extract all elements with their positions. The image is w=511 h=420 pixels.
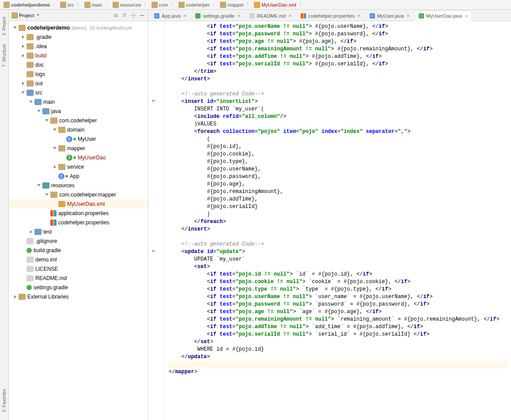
folder-icon — [26, 34, 34, 40]
tree-node[interactable]: LICENSE — [9, 264, 148, 273]
package-icon — [50, 192, 57, 198]
tree-arrow[interactable] — [36, 183, 42, 188]
breadcrumb-item[interactable]: mapper — [218, 2, 246, 8]
breadcrumb-item[interactable]: codehelperdemo — [2, 2, 52, 8]
tree-arrow[interactable] — [20, 90, 26, 95]
tree-node[interactable]: build — [9, 51, 148, 60]
tree-node[interactable]: codehelperdemo[demo] (D:\code\github\cod — [9, 23, 148, 32]
close-icon[interactable]: × — [406, 13, 410, 19]
code-line: </set> — [169, 338, 507, 346]
tree-node[interactable]: demo.iml — [9, 255, 148, 264]
side-tab-structure[interactable]: 7: Structure — [1, 40, 8, 72]
txt-icon — [26, 275, 34, 281]
tree-arrow[interactable] — [12, 294, 18, 299]
tree-node[interactable]: resources — [9, 181, 148, 190]
tree-node[interactable]: test — [9, 227, 148, 236]
tree-node[interactable]: build.gradle — [9, 246, 148, 255]
gutter-nav-icon[interactable]: ●↓ — [152, 248, 160, 254]
tree-label: codehelperdemo[demo] (D:\code\github\cod — [27, 25, 132, 31]
editor-tab[interactable]: IMyUserDao.java× — [415, 11, 472, 21]
tree-node[interactable]: cMyUser — [9, 134, 148, 144]
project-tree[interactable]: codehelperdemo[demo] (D:\code\github\cod… — [9, 21, 148, 420]
breadcrumb-item[interactable]: com — [150, 2, 170, 8]
tree-arrow[interactable] — [52, 164, 57, 170]
breadcrumb-label: MyUserDao.xml — [261, 2, 296, 8]
project-view-selector[interactable]: Project — [11, 12, 113, 19]
tree-node[interactable]: MyUserDao.xml — [9, 199, 148, 208]
tree-arrow[interactable] — [20, 34, 26, 40]
breadcrumb-item[interactable]: main — [83, 2, 104, 8]
tree-node[interactable]: cApp — [9, 171, 148, 181]
tree-node[interactable]: .gitignore — [9, 236, 148, 246]
gutter-nav-icon[interactable]: ●↓ — [152, 98, 160, 103]
collapse-all-icon[interactable] — [121, 12, 128, 19]
editor-tab[interactable]: cApp.java× — [150, 10, 190, 21]
code-editor[interactable]: <if test="pojo.userName != null"> #{pojo… — [165, 21, 511, 420]
editor-tab[interactable]: codehelper.properties× — [297, 10, 365, 21]
code-line: <if test="pojo.serialId != null"> `seria… — [169, 331, 507, 338]
txt-icon — [26, 238, 34, 244]
tree-arrow[interactable] — [36, 109, 42, 114]
tree-node[interactable]: application.properties — [9, 208, 148, 218]
tree-arrow[interactable] — [44, 192, 49, 197]
code-line: <foreach collection="pojos" item="pojo" … — [169, 128, 507, 136]
settings-icon[interactable] — [130, 12, 136, 19]
tree-node[interactable]: External Libraries — [9, 292, 148, 301]
tree-node[interactable]: service — [9, 162, 148, 171]
close-icon[interactable]: × — [237, 13, 241, 19]
breadcrumb-item[interactable]: resources — [111, 2, 143, 8]
close-icon[interactable]: × — [357, 13, 361, 19]
tree-node[interactable]: out — [9, 79, 148, 88]
tree-arrow[interactable] — [52, 127, 57, 132]
code-line: #{pojo.password}, — [169, 173, 507, 181]
tree-node[interactable]: java — [9, 106, 148, 116]
code-line: </trim> — [169, 68, 507, 76]
tree-arrow[interactable] — [12, 25, 18, 30]
tree-arrow[interactable] — [20, 81, 26, 86]
close-icon[interactable]: × — [465, 13, 468, 19]
tree-node[interactable]: README.md — [9, 273, 148, 283]
code-line: </insert> — [169, 76, 507, 83]
side-tab-project[interactable]: 1: Project — [1, 12, 8, 40]
tree-node[interactable]: main — [9, 97, 148, 106]
code-line: <if test="pojo.userName != null"> #{pojo… — [169, 23, 507, 30]
scroll-from-source-icon[interactable] — [113, 12, 119, 19]
tree-node[interactable]: doc — [9, 60, 148, 69]
close-icon[interactable]: × — [288, 13, 292, 19]
editor-tab[interactable]: README.md× — [246, 10, 296, 21]
chevron-right-icon: 〉 — [212, 1, 217, 8]
tree-arrow[interactable] — [28, 229, 34, 235]
tree-arrow[interactable] — [20, 53, 26, 58]
tree-node[interactable]: logs — [9, 69, 148, 79]
breadcrumb-item[interactable]: codehelper — [177, 2, 212, 8]
editor-tab[interactable]: cMyUser.java× — [366, 10, 414, 21]
tree-node[interactable]: mapper — [9, 144, 148, 153]
chevron-right-icon: 〉 — [53, 1, 57, 8]
tree-node[interactable]: IMyUserDao — [9, 153, 148, 162]
editor-tab[interactable]: settings.gradle× — [191, 10, 244, 21]
tree-label: mapper — [67, 145, 85, 151]
project-header: Project — [9, 10, 148, 21]
tree-label: logs — [35, 71, 45, 77]
code-line: <set> — [169, 263, 507, 271]
tree-node[interactable]: domain — [9, 125, 148, 134]
tree-node[interactable]: com.codehelper — [9, 116, 148, 125]
tree-arrow[interactable] — [44, 118, 49, 123]
folder-icon — [26, 53, 34, 59]
side-tab-favorites[interactable]: 2: Favorites — [1, 385, 8, 416]
tree-node[interactable]: codehelper.properties — [9, 218, 148, 227]
tree-node[interactable]: .idea — [9, 42, 148, 51]
tree-arrow[interactable] — [20, 44, 26, 49]
tree-node[interactable]: .gradle — [9, 32, 148, 42]
close-icon[interactable]: × — [183, 13, 187, 19]
tree-node[interactable]: com.codehelper.mapper — [9, 190, 148, 199]
tree-node[interactable]: src — [9, 88, 148, 97]
code-line: <if test="pojo.type != null"> `type` = #… — [169, 286, 507, 293]
tree-arrow[interactable] — [52, 146, 57, 151]
breadcrumb-item[interactable]: src — [58, 2, 76, 8]
tree-arrow[interactable] — [28, 99, 34, 105]
breadcrumb-item[interactable]: MyUserDao.xml — [252, 2, 298, 8]
tree-node[interactable]: settings.gradle — [9, 283, 148, 292]
hide-icon[interactable] — [139, 12, 145, 19]
props-icon — [50, 219, 57, 226]
